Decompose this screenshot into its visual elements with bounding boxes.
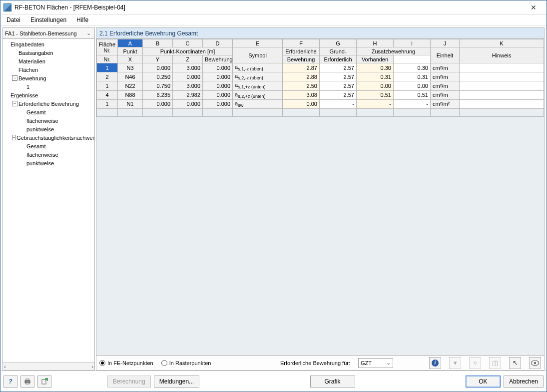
cell-y[interactable]: 3.000 bbox=[173, 63, 203, 72]
row-header[interactable]: 1 bbox=[97, 81, 118, 90]
radio-rasterpunkte[interactable]: In Rasterpunkten bbox=[161, 360, 211, 366]
cell-erf[interactable]: 2.50 bbox=[283, 81, 320, 90]
minus-icon[interactable]: − bbox=[12, 101, 17, 106]
cell-y[interactable]: 3.000 bbox=[173, 81, 203, 90]
grafik-button[interactable]: Grafik bbox=[310, 376, 355, 388]
cell-punkt[interactable]: N3 bbox=[118, 63, 143, 72]
cell-zv[interactable]: 0.31 bbox=[394, 72, 431, 81]
cell-y[interactable]: 0.000 bbox=[173, 99, 203, 108]
cell-z[interactable]: 0.000 bbox=[203, 81, 233, 90]
abbrechen-button[interactable]: Abbrechen bbox=[504, 376, 544, 388]
tree-erf-gesamt[interactable]: Gesamt bbox=[3, 108, 94, 116]
cell-unit[interactable]: cm²/m bbox=[431, 81, 460, 90]
menu-settings[interactable]: Einstellungen bbox=[25, 15, 71, 24]
cell-punkt[interactable]: N46 bbox=[118, 72, 143, 81]
col-B[interactable]: B bbox=[143, 39, 173, 47]
cell-symbol[interactable]: as,1,+z (unten) bbox=[233, 81, 283, 90]
table-row[interactable]: 1N10.0000.0000.000asw0.00---cm²/m² bbox=[97, 99, 544, 108]
col-punkt[interactable]: Punkt bbox=[118, 47, 143, 55]
cell-x[interactable]: 0.000 bbox=[143, 63, 173, 72]
col-C[interactable]: C bbox=[173, 39, 203, 47]
cell-erf[interactable]: 3.08 bbox=[283, 90, 320, 99]
minus-icon[interactable]: − bbox=[12, 135, 15, 140]
scroll-right-icon[interactable]: › bbox=[91, 364, 93, 370]
row-header[interactable]: 2 bbox=[97, 72, 118, 81]
cell-erf[interactable]: 2.88 bbox=[283, 72, 320, 81]
results-grid[interactable]: FlächeNr. A B C D E F G H I J K bbox=[96, 39, 544, 355]
tree-bewehrung-1[interactable]: 1 bbox=[3, 82, 94, 91]
tree-erf-bewehrung[interactable]: −Erforderliche Bewehrung bbox=[3, 99, 94, 108]
cell-x[interactable]: 6.235 bbox=[143, 90, 173, 99]
tree-gzn-flaechen[interactable]: flächenweise bbox=[3, 150, 94, 159]
meldungen-button[interactable]: Meldungen... bbox=[154, 376, 199, 388]
cell-hinweis[interactable] bbox=[460, 81, 544, 90]
view-button[interactable]: ◫ bbox=[489, 357, 501, 369]
tree-erf-flaechen[interactable]: flächenweise bbox=[3, 116, 94, 125]
cell-zv[interactable]: - bbox=[394, 99, 431, 108]
tree-hscroll[interactable]: ‹ › bbox=[3, 362, 94, 370]
col-D[interactable]: D bbox=[203, 39, 233, 47]
table-row[interactable]: 2N460.2500.0000.000as,2,-z (oben)2.882.5… bbox=[97, 72, 544, 81]
berechnung-button[interactable]: Berechnung bbox=[107, 376, 151, 388]
tree-flaechen[interactable]: Flächen bbox=[3, 65, 94, 74]
cell-grund[interactable]: 2.57 bbox=[320, 72, 357, 81]
col-E[interactable]: E bbox=[233, 39, 283, 47]
filter-clear-button[interactable]: ▿ bbox=[469, 357, 481, 369]
radio-fe-netzpunkte[interactable]: In FE-Netzpunkten bbox=[99, 360, 153, 366]
table-row[interactable]: 4N886.2352.9820.000as,2,+z (unten)3.082.… bbox=[97, 90, 544, 99]
filter-button[interactable]: ▾ bbox=[449, 357, 461, 369]
cell-grund[interactable]: 2.57 bbox=[320, 63, 357, 72]
cell-hinweis[interactable] bbox=[460, 99, 544, 108]
tree-gzn-punkt[interactable]: punktweise bbox=[3, 159, 94, 167]
cell-grund[interactable]: 2.57 bbox=[320, 81, 357, 90]
minus-icon[interactable]: − bbox=[12, 75, 17, 81]
cell-ze[interactable]: 0.31 bbox=[357, 72, 394, 81]
loadcase-selector[interactable]: FA1 - Stahlbeton-Bemessung ⌄ bbox=[3, 28, 94, 39]
cell-unit[interactable]: cm²/m bbox=[431, 90, 460, 99]
cell-punkt[interactable]: N88 bbox=[118, 90, 143, 99]
col-I[interactable]: I bbox=[394, 39, 431, 47]
cell-z[interactable]: 0.000 bbox=[203, 63, 233, 72]
col-x[interactable]: X bbox=[118, 55, 143, 63]
cell-erf[interactable]: 0.00 bbox=[283, 99, 320, 108]
cell-grund[interactable]: - bbox=[320, 99, 357, 108]
tree-erf-punkt[interactable]: punktweise bbox=[3, 125, 94, 133]
col-einheit[interactable]: Einheit bbox=[431, 47, 460, 63]
cell-unit[interactable]: cm²/m bbox=[431, 72, 460, 81]
cell-punkt[interactable]: N22 bbox=[118, 81, 143, 90]
cell-z[interactable]: 0.000 bbox=[203, 72, 233, 81]
cell-unit[interactable]: cm²/m² bbox=[431, 99, 460, 108]
cell-ze[interactable]: - bbox=[357, 99, 394, 108]
tree-materialien[interactable]: Materialien bbox=[3, 57, 94, 65]
tree-ergebnisse[interactable]: Ergebnisse bbox=[3, 91, 94, 99]
cell-zv[interactable]: 0.30 bbox=[394, 63, 431, 72]
ok-button[interactable]: OK bbox=[466, 376, 501, 388]
col-grund2[interactable]: Bewehrung bbox=[283, 55, 320, 63]
table-row[interactable]: 1N220.7503.0000.000as,1,+z (unten)2.502.… bbox=[97, 81, 544, 90]
col-G[interactable]: G bbox=[320, 39, 357, 47]
cell-hinweis[interactable] bbox=[460, 90, 544, 99]
cell-erf[interactable]: 2.87 bbox=[283, 63, 320, 72]
cell-ze[interactable]: 0.30 bbox=[357, 63, 394, 72]
cell-unit[interactable]: cm²/m bbox=[431, 63, 460, 72]
col-K[interactable]: K bbox=[460, 39, 544, 47]
tree-basisangaben[interactable]: Basisangaben bbox=[3, 48, 94, 57]
cell-grund[interactable]: 2.57 bbox=[320, 90, 357, 99]
cell-ze[interactable]: 0.51 bbox=[357, 90, 394, 99]
cell-symbol[interactable]: as,1,-z (oben) bbox=[233, 63, 283, 72]
cell-symbol[interactable]: asw bbox=[233, 99, 283, 108]
col-F[interactable]: F bbox=[283, 39, 320, 47]
col-symbol[interactable]: Symbol bbox=[233, 47, 283, 63]
col-z[interactable]: Z bbox=[173, 55, 203, 63]
cell-symbol[interactable]: as,2,-z (oben) bbox=[233, 72, 283, 81]
col-hinweis[interactable]: Hinweis bbox=[460, 47, 544, 63]
tree-gzn[interactable]: −Gebrauchstauglichkeitsnachweis bbox=[3, 133, 94, 142]
row-header[interactable]: 1 bbox=[97, 63, 118, 72]
cell-x[interactable]: 0.250 bbox=[143, 72, 173, 81]
col-erf2[interactable]: Bewehrung bbox=[203, 55, 233, 63]
erf-bewehrung-select[interactable]: GZT ⌄ bbox=[358, 358, 393, 368]
col-H[interactable]: H bbox=[357, 39, 394, 47]
cell-hinweis[interactable] bbox=[460, 72, 544, 81]
info-button[interactable]: i bbox=[429, 357, 441, 369]
tree-eingabedaten[interactable]: Eingabedaten bbox=[3, 40, 94, 48]
